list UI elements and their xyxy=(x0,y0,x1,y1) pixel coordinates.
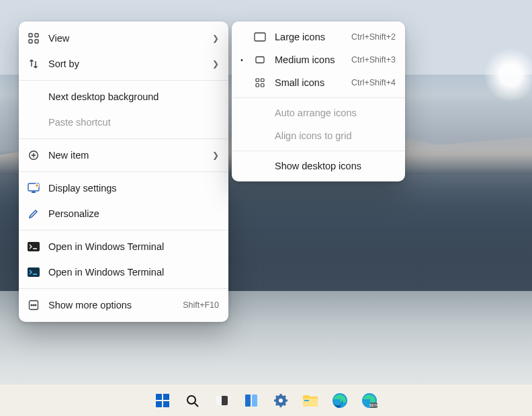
menu-item-paste-shortcut: Paste shortcut xyxy=(19,110,228,135)
menu-separator xyxy=(19,138,228,139)
svg-text:BETA: BETA xyxy=(369,403,378,407)
menu-label: Align icons to grid xyxy=(275,130,396,141)
settings-icon xyxy=(273,393,288,408)
start-icon xyxy=(155,393,170,408)
menu-separator xyxy=(232,151,405,151)
chevron-right-icon: ❯ xyxy=(212,151,219,160)
svg-rect-26 xyxy=(216,396,222,405)
pencil-icon xyxy=(27,207,40,220)
menu-label: Medium icons xyxy=(275,54,343,65)
menu-item-view[interactable]: View ❯ xyxy=(19,26,228,51)
explorer-button[interactable] xyxy=(299,389,322,412)
menu-shortcut-hint: Ctrl+Shift+3 xyxy=(351,55,396,65)
taskview-button[interactable] xyxy=(210,389,233,412)
svg-rect-14 xyxy=(255,33,265,41)
widgets-button[interactable] xyxy=(240,389,263,412)
more-icon xyxy=(27,298,40,312)
menu-label: Display settings xyxy=(48,183,219,194)
svg-rect-3 xyxy=(35,40,38,43)
svg-point-13 xyxy=(35,304,36,306)
chevron-right-icon: ❯ xyxy=(212,34,219,43)
edge-beta-icon: BETA xyxy=(361,392,378,409)
sort-icon xyxy=(27,57,40,71)
chevron-right-icon: ❯ xyxy=(212,59,219,69)
menu-item-sort[interactable]: Sort by ❯ xyxy=(19,51,228,77)
settings-button[interactable] xyxy=(269,389,292,412)
svg-rect-22 xyxy=(156,401,162,407)
menu-separator xyxy=(19,230,228,231)
display-icon xyxy=(27,181,40,195)
search-button[interactable] xyxy=(181,389,204,412)
svg-rect-31 xyxy=(303,399,318,407)
menu-item-next-background[interactable]: Next desktop background xyxy=(19,84,228,110)
menu-shortcut-hint: Ctrl+Shift+2 xyxy=(351,32,396,42)
svg-rect-17 xyxy=(261,79,265,82)
taskbar: BETA xyxy=(0,384,532,416)
svg-point-11 xyxy=(31,304,32,306)
menu-item-new[interactable]: New item ❯ xyxy=(19,142,228,168)
terminal-icon xyxy=(27,240,40,253)
svg-rect-27 xyxy=(245,394,251,407)
menu-separator xyxy=(19,171,228,172)
menu-label: Personalize xyxy=(48,208,219,219)
submenu-item-auto-arrange: Auto arrange icons xyxy=(232,101,405,124)
menu-label: Large icons xyxy=(275,32,343,42)
submenu-item-large-icons[interactable]: Large icons Ctrl+Shift+2 xyxy=(232,26,405,48)
plus-icon xyxy=(27,149,40,162)
desktop-context-menu: View ❯ Sort by ❯ Next desktop background… xyxy=(19,22,228,322)
menu-shortcut-hint: Ctrl+Shift+4 xyxy=(351,78,396,87)
widgets-icon xyxy=(244,393,259,408)
svg-rect-16 xyxy=(256,79,259,82)
svg-rect-21 xyxy=(163,394,169,400)
menu-label: Open in Windows Terminal xyxy=(48,267,219,278)
menu-separator xyxy=(19,80,228,81)
rect-large-icon xyxy=(253,30,267,44)
svg-rect-2 xyxy=(29,40,32,43)
menu-label: View xyxy=(48,33,204,44)
svg-rect-19 xyxy=(261,84,265,87)
menu-shortcut-hint: Shift+F10 xyxy=(183,300,219,310)
svg-rect-28 xyxy=(252,394,257,407)
blank-icon xyxy=(27,90,40,103)
search-icon xyxy=(185,393,200,408)
svg-rect-15 xyxy=(256,57,264,63)
svg-rect-18 xyxy=(256,84,259,87)
menu-label: Auto arrange icons xyxy=(275,108,396,118)
submenu-item-medium-icons[interactable]: • Medium icons Ctrl+Shift+3 xyxy=(232,48,405,71)
menu-separator xyxy=(19,288,228,289)
submenu-item-small-icons[interactable]: Small icons Ctrl+Shift+4 xyxy=(232,71,405,94)
menu-label: New item xyxy=(48,150,204,161)
taskview-icon xyxy=(214,393,229,408)
blank-icon xyxy=(27,116,40,129)
menu-label: Open in Windows Terminal xyxy=(48,241,219,252)
menu-item-display-settings[interactable]: Display settings xyxy=(19,175,228,201)
menu-label: Sort by xyxy=(48,58,204,69)
menu-label: Show desktop icons xyxy=(275,161,396,171)
svg-rect-32 xyxy=(304,400,309,401)
svg-point-12 xyxy=(33,304,34,306)
menu-separator xyxy=(232,97,405,98)
edge-beta-button[interactable]: BETA xyxy=(358,389,381,412)
edge-icon xyxy=(332,392,348,409)
svg-rect-23 xyxy=(163,401,169,407)
submenu-item-show-desktop-icons[interactable]: Show desktop icons xyxy=(232,155,405,177)
menu-label: Paste shortcut xyxy=(48,117,219,128)
menu-label: Show more options xyxy=(48,300,175,310)
menu-item-terminal-1[interactable]: Open in Windows Terminal xyxy=(19,234,228,259)
explorer-icon xyxy=(302,394,318,407)
svg-rect-1 xyxy=(35,34,38,37)
menu-label: Next desktop background xyxy=(48,91,219,102)
grid-small-icon xyxy=(253,76,267,89)
svg-rect-0 xyxy=(29,34,32,37)
edge-button[interactable] xyxy=(328,389,351,412)
start-button[interactable] xyxy=(151,389,174,412)
menu-item-terminal-2[interactable]: Open in Windows Terminal xyxy=(19,259,228,285)
menu-item-personalize[interactable]: Personalize xyxy=(19,201,228,226)
menu-item-more-options[interactable]: Show more options Shift+F10 xyxy=(19,292,228,318)
svg-rect-6 xyxy=(32,192,36,193)
svg-point-30 xyxy=(279,399,283,403)
svg-rect-8 xyxy=(28,242,40,251)
menu-label: Small icons xyxy=(275,77,343,88)
view-submenu: Large icons Ctrl+Shift+2 • Medium icons … xyxy=(232,22,405,181)
grid-icon xyxy=(27,32,40,45)
